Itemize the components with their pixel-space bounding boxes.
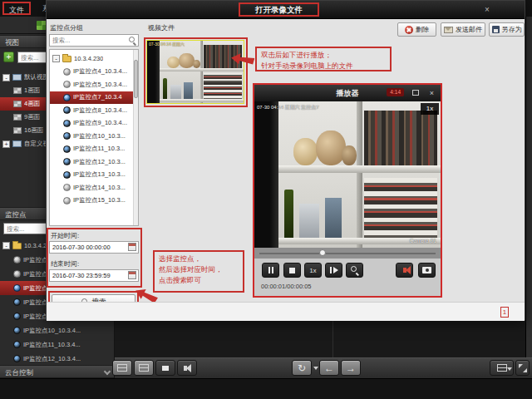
view-group-icon [12,74,22,81]
speed-osd: 1x [421,103,439,115]
seek-track[interactable] [259,253,436,254]
folder-icon [12,243,22,249]
stop-all-button[interactable] [155,360,175,376]
tree-item-label: IP监控点15_10.3... [73,196,126,204]
next-page-button[interactable]: → [341,360,361,376]
delete-button[interactable]: 删除 [397,22,436,37]
right-edge-strip [525,17,532,379]
tree-item[interactable]: IP监控点13_10.3... [50,169,133,182]
expander-icon[interactable]: - [52,55,60,62]
tree-item[interactable]: -10.3.4.230 [50,52,133,66]
scrollbar-thumb[interactable] [134,60,138,98]
player-video[interactable]: 07-30 04:14 星期六 监控点7 1x Camera 01 [254,101,441,248]
speed-button[interactable]: 1x [304,263,322,278]
tree-item[interactable]: IP监控点5_10.3.4... [50,78,133,91]
tree-item[interactable]: IP监控点12_10.3... [50,155,133,169]
dialog-titlebar[interactable]: 打开录像文件 × [47,1,525,19]
layout-save-button[interactable] [112,360,132,376]
arrow-left-icon: ← [324,363,334,373]
seek-bar[interactable] [254,248,441,259]
tree-item-label: 16画面 [24,126,43,135]
video-file-thumbnail[interactable]: 07-30 04:14 星期六 [146,40,244,104]
save-icon [492,26,500,33]
tree-item[interactable]: IP监控点15_10.3... [50,195,133,208]
tree-item[interactable]: IP监控点14_10.3... [50,181,133,195]
tree-item[interactable]: IP监控点8_10.3.4... [50,104,133,117]
tree-item-label: IP监控点11_10.3... [73,145,125,153]
camera-icon [13,256,21,264]
dialog-camera-tree: -10.3.4.230IP监控点4_10.3.4...IP监控点5_10.3.4… [49,49,139,226]
tree-item-label: IP监控点12_10.3.4... [23,355,81,363]
minimize-icon[interactable] [412,90,419,96]
seek-handle[interactable] [319,249,326,256]
digital-zoom-button[interactable] [346,263,363,278]
annotation-line: 然后选择对应时间， [159,264,239,275]
group-search-input[interactable] [49,34,139,47]
prev-page-button[interactable]: ← [319,360,339,376]
annotation-line: 点击搜索即可 [159,275,239,286]
arrow-right-icon: → [346,363,356,373]
annotation-line: 针对手动录像到电脑上的文件 [261,61,386,71]
app-window: 文件 系统 视图 + -默认视图1画面4画面9画面16画面+自定义视图 监控点 … [0,0,532,399]
snapshot-button[interactable] [418,263,436,278]
stop-icon [289,268,295,273]
caret-icon [507,367,512,373]
video-osd: 07-30 04:14 星期六 监控点7 [257,104,319,111]
player-titlebar[interactable]: 播放器 4:14 × [254,85,441,101]
tree-item-label: 1画面 [24,86,40,95]
cycle-button[interactable]: ↻ [292,360,312,376]
save-as-button[interactable]: 另存为 [489,22,525,37]
caret-icon[interactable] [313,367,318,372]
annotation-play-tip: 双击后如下进行播放； 针对手动录像到电脑上的文件 [255,47,392,71]
tree-item-label: 10.3.4.230 [74,55,103,62]
close-icon[interactable]: × [430,87,434,99]
screen-layout-icon [13,114,22,121]
camera-icon [63,120,71,127]
group-panel-title: 监控点分组 [50,23,83,32]
fullscreen-button[interactable] [515,360,530,376]
camera-icon [63,197,71,204]
tree-item[interactable]: IP监控点10_10.3... [50,130,133,143]
layout-edit-button[interactable] [134,360,154,376]
tree-item[interactable]: IP监控点4_10.3.4... [50,66,133,79]
tree-item-label: IP监控点7_10.3.4 [73,93,122,101]
section-ptz[interactable]: 云台控制 [0,365,115,378]
menu-file[interactable]: 文件 [2,2,31,15]
camera-icon [13,284,21,292]
tree-item[interactable]: IP监控点9_10.3.4... [50,117,133,131]
pause-icon [268,267,270,273]
tree-item[interactable]: IP监控点10_10.3.4... [0,323,115,337]
camera-icon [13,313,21,320]
camera-icon [63,184,71,191]
tree-item[interactable]: IP监控点12_10.3.4... [0,352,115,366]
camera-icon [13,341,21,348]
audio-button[interactable] [396,263,413,278]
camera-name-osd: Camera 01 [410,238,436,244]
tree-item[interactable]: IP监控点11_10.3... [50,143,133,156]
tree-item[interactable]: IP监控点7_10.3.4 [50,91,133,105]
speed-label: 1x [310,267,317,274]
annotation-line: 双击后如下进行播放； [261,50,386,61]
email-icon [444,27,453,33]
stop-icon [162,366,169,371]
pause-button[interactable] [262,263,279,278]
speaker-icon [403,268,406,273]
expander-icon[interactable]: - [2,242,10,249]
screen-layout-select-button[interactable] [490,360,514,376]
mute-all-button[interactable] [177,360,197,376]
camera-icon [63,94,71,101]
expander-icon[interactable]: + [2,140,10,148]
tree-item-label: IP监控点12_10.3... [73,158,126,166]
expander-icon[interactable]: - [2,74,10,81]
send-email-label: 发送邮件 [456,25,482,34]
stop-button[interactable] [283,263,301,278]
add-view-button[interactable]: + [3,52,14,62]
tree-item-label: IP监控点8_10.3.4... [73,106,127,115]
scrollbar[interactable] [133,50,138,225]
page-number-badge[interactable]: 1 [500,307,509,318]
camera-icon [13,298,21,306]
single-frame-button[interactable] [325,263,342,278]
tree-item[interactable]: IP监控点11_10.3.4... [0,337,115,352]
close-icon[interactable]: × [481,4,493,16]
send-email-button[interactable]: 发送邮件 [441,22,485,37]
